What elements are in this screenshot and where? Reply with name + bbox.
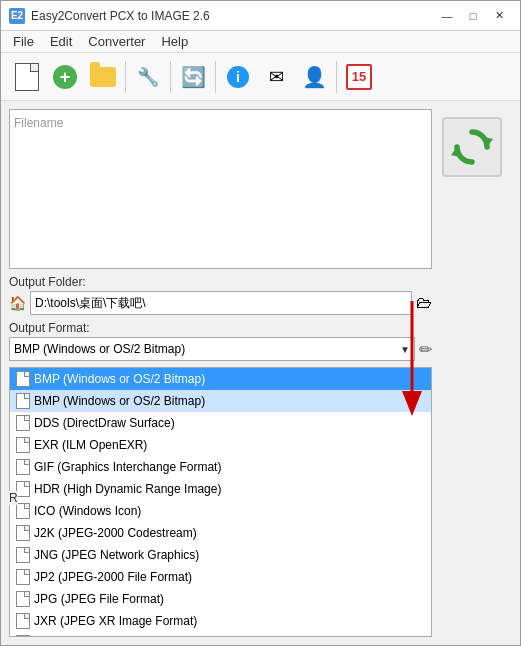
dropdown-item-text-5: HDR (High Dynamic Range Image) [34, 482, 221, 496]
format-select-text: BMP (Windows or OS/2 Bitmap) [14, 342, 400, 356]
toolbar-separator-2 [170, 61, 171, 93]
window-title: Easy2Convert PCX to IMAGE 2.6 [31, 9, 210, 23]
output-folder-section: Output Folder: 🏠 D:\tools\桌面\下载吧\ 🗁 [9, 275, 432, 315]
dropdown-list[interactable]: BMP (Windows or OS/2 Bitmap) BMP (Window… [9, 367, 432, 637]
file-icon-12 [16, 635, 30, 637]
dropdown-item-text-6: ICO (Windows Icon) [34, 504, 141, 518]
dropdown-item-text-4: GIF (Graphics Interchange Format) [34, 460, 221, 474]
folder-icon [90, 67, 116, 87]
minimize-button[interactable]: — [434, 6, 460, 26]
dropdown-item-4[interactable]: GIF (Graphics Interchange Format) [10, 456, 431, 478]
dropdown-item-9[interactable]: JP2 (JPEG-2000 File Format) [10, 566, 431, 588]
output-folder-label: Output Folder: [9, 275, 432, 289]
dropdown-item-text-2: DDS (DirectDraw Surface) [34, 416, 175, 430]
refresh-icon: 🔄 [181, 65, 206, 89]
dropdown-item-10[interactable]: JPG (JPEG File Format) [10, 588, 431, 610]
file-icon-6 [16, 503, 30, 519]
title-controls: — □ ✕ [434, 6, 512, 26]
dropdown-item-text-7: J2K (JPEG-2000 Codestream) [34, 526, 197, 540]
menu-help[interactable]: Help [153, 32, 196, 51]
svg-marker-2 [480, 136, 493, 147]
menu-converter[interactable]: Converter [80, 32, 153, 51]
file-icon-0 [16, 371, 30, 387]
dropdown-item-8[interactable]: JNG (JPEG Network Graphics) [10, 544, 431, 566]
toolbar-separator-1 [125, 61, 126, 93]
new-icon [15, 63, 39, 91]
output-folder-value: D:\tools\桌面\下载吧\ [35, 295, 146, 312]
dropdown-item-text-3: EXR (ILM OpenEXR) [34, 438, 147, 452]
toolbar: + 🔧 🔄 i ✉ 👤 [1, 53, 520, 101]
app-icon: E2 [9, 8, 25, 24]
settings-button[interactable]: 🔧 [130, 59, 166, 95]
add-button[interactable]: + [47, 59, 83, 95]
file-icon-3 [16, 437, 30, 453]
dropdown-item-11[interactable]: JXR (JPEG XR Image Format) [10, 610, 431, 632]
open-folder-button[interactable] [85, 59, 121, 95]
dropdown-item-7[interactable]: J2K (JPEG-2000 Codestream) [10, 522, 431, 544]
dropdown-item-text-12: PBM (Portable Bitmap) [34, 636, 157, 637]
folder-browse-icon[interactable]: 🗁 [416, 294, 432, 312]
svg-marker-3 [451, 147, 464, 158]
dropdown-item-12[interactable]: PBM (Portable Bitmap) [10, 632, 431, 637]
close-button[interactable]: ✕ [486, 6, 512, 26]
main-window: E2 Easy2Convert PCX to IMAGE 2.6 — □ ✕ F… [0, 0, 521, 646]
menu-bar: File Edit Converter Help [1, 31, 520, 53]
toolbar-separator-4 [336, 61, 337, 93]
main-content: Filename Output Folder: 🏠 D:\tools\桌面\下载… [1, 101, 520, 645]
dropdown-item-5[interactable]: HDR (High Dynamic Range Image) [10, 478, 431, 500]
toolbar-separator-3 [215, 61, 216, 93]
calendar-button[interactable]: 15 [341, 59, 377, 95]
new-button[interactable] [9, 59, 45, 95]
left-panel: Filename Output Folder: 🏠 D:\tools\桌面\下载… [9, 109, 432, 637]
file-icon-2 [16, 415, 30, 431]
dropdown-item-2[interactable]: DDS (DirectDraw Surface) [10, 412, 431, 434]
output-format-label: Output Format: [9, 321, 432, 335]
dropdown-item-text-9: JP2 (JPEG-2000 File Format) [34, 570, 192, 584]
file-icon-4 [16, 459, 30, 475]
user-button[interactable]: 👤 [296, 59, 332, 95]
file-icon-5 [16, 481, 30, 497]
dropdown-item-text-0: BMP (Windows or OS/2 Bitmap) [34, 372, 205, 386]
output-folder-input[interactable]: D:\tools\桌面\下载吧\ [30, 291, 412, 315]
format-select[interactable]: BMP (Windows or OS/2 Bitmap) ▼ [9, 337, 415, 361]
email-button[interactable]: ✉ [258, 59, 294, 95]
dropdown-item-0[interactable]: BMP (Windows or OS/2 Bitmap) [10, 368, 431, 390]
wrench-icon: 🔧 [137, 66, 159, 88]
content-wrapper: Filename Output Folder: 🏠 D:\tools\桌面\下载… [1, 101, 520, 645]
menu-file[interactable]: File [5, 32, 42, 51]
file-list-box[interactable]: Filename [9, 109, 432, 269]
refresh-button[interactable]: 🔄 [175, 59, 211, 95]
calendar-number: 15 [352, 69, 366, 84]
dropdown-item-text-11: JXR (JPEG XR Image Format) [34, 614, 197, 628]
file-icon-7 [16, 525, 30, 541]
right-panel [432, 109, 512, 637]
title-bar: E2 Easy2Convert PCX to IMAGE 2.6 — □ ✕ [1, 1, 520, 31]
folder-row: 🏠 D:\tools\桌面\下载吧\ 🗁 [9, 291, 432, 315]
menu-edit[interactable]: Edit [42, 32, 80, 51]
format-row: BMP (Windows or OS/2 Bitmap) ▼ ✏ [9, 337, 432, 361]
dropdown-arrow-icon: ▼ [400, 344, 410, 355]
file-list-header: Filename [14, 114, 427, 132]
file-icon-1 [16, 393, 30, 409]
email-icon: ✉ [269, 66, 284, 88]
dropdown-item-1[interactable]: BMP (Windows or OS/2 Bitmap) [10, 390, 431, 412]
maximize-button[interactable]: □ [460, 6, 486, 26]
file-icon-10 [16, 591, 30, 607]
output-format-section: Output Format: BMP (Windows or OS/2 Bitm… [9, 321, 432, 361]
file-icon-8 [16, 547, 30, 563]
title-bar-left: E2 Easy2Convert PCX to IMAGE 2.6 [9, 8, 210, 24]
info-button[interactable]: i [220, 59, 256, 95]
dropdown-item-text-10: JPG (JPEG File Format) [34, 592, 164, 606]
calendar-icon: 15 [346, 64, 372, 90]
folder-small-icon: 🏠 [9, 295, 26, 311]
file-icon-9 [16, 569, 30, 585]
convert-arrows-icon [449, 124, 495, 170]
convert-button[interactable] [442, 117, 502, 177]
add-icon: + [53, 65, 77, 89]
file-icon-11 [16, 613, 30, 629]
info-icon: i [227, 66, 249, 88]
dropdown-item-text-8: JNG (JPEG Network Graphics) [34, 548, 199, 562]
dropdown-item-3[interactable]: EXR (ILM OpenEXR) [10, 434, 431, 456]
format-edit-icon[interactable]: ✏ [419, 340, 432, 359]
dropdown-item-6[interactable]: ICO (Windows Icon) [10, 500, 431, 522]
